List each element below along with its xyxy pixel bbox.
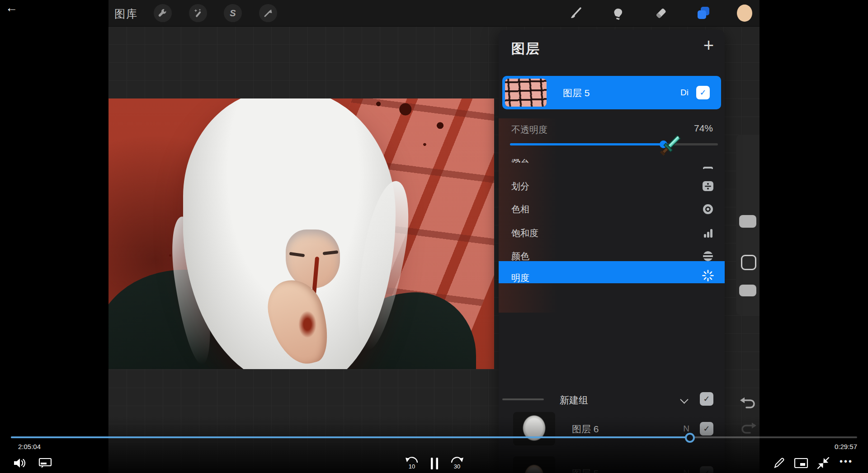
comment-box-icon [38, 457, 52, 469]
blend-mode-label: 颜色 [511, 250, 529, 262]
seek-bar-progress [11, 436, 690, 438]
blend-mode-label: 明度 [511, 272, 529, 284]
brush-icon [569, 6, 582, 20]
actions-button[interactable] [154, 4, 172, 22]
chevron-down-icon[interactable] [681, 396, 688, 402]
volume-button[interactable] [12, 455, 28, 471]
subtract-icon [702, 163, 714, 169]
saturation-icon [702, 227, 714, 239]
brush-opacity-slider-handle[interactable] [739, 285, 756, 296]
layer-row-selected[interactable]: 图层 5 Di ✓ [502, 76, 721, 109]
blend-mode-label: 减去 [511, 159, 529, 165]
layer-visibility-checkbox[interactable]: ✓ [696, 86, 710, 99]
color-tool-button[interactable] [737, 5, 752, 21]
luminosity-icon [702, 270, 714, 281]
wrench-icon [158, 8, 168, 18]
divide-icon [702, 180, 714, 192]
sidebar-slider-strip [736, 135, 760, 315]
layers-panel: 图层 + 图层 5 Di ✓ 不透明度 74% 减去 [499, 30, 725, 473]
transform-button[interactable] [259, 4, 277, 22]
opacity-value: 74% [694, 123, 713, 134]
blend-mode-abbr[interactable]: Di [680, 88, 689, 98]
video-player-window: 图库 S [0, 0, 868, 473]
opacity-label: 不透明度 [511, 124, 547, 136]
procreate-toolbar: 图库 S [108, 0, 760, 27]
svg-text:30: 30 [454, 463, 460, 470]
undo-icon [740, 397, 756, 410]
group-name: 新建组 [560, 394, 588, 407]
blend-mode-row-luminosity-selected[interactable]: 明度 [499, 261, 725, 283]
svg-text:10: 10 [409, 463, 415, 470]
transform-arrow-icon [263, 8, 273, 18]
blend-mode-row-saturation[interactable]: 饱和度 [499, 221, 725, 245]
magic-wand-icon [193, 8, 203, 18]
artwork-eye [289, 252, 305, 258]
blend-mode-label: 饱和度 [511, 227, 538, 239]
annotate-button[interactable] [771, 455, 787, 471]
add-layer-button[interactable]: + [703, 35, 714, 55]
group-thumbnail-line [502, 398, 544, 400]
pencil-icon [773, 457, 785, 469]
danmaku-toggle-button[interactable] [37, 455, 53, 471]
opacity-slider[interactable] [510, 143, 718, 145]
undo-button[interactable] [740, 397, 756, 412]
remaining-time: 0:29:57 [835, 443, 857, 450]
blend-mode-row-partial[interactable]: 减去 [499, 159, 725, 169]
smudge-tool-button[interactable] [610, 5, 625, 21]
selection-icon: S [230, 8, 236, 19]
layer-group-row[interactable]: 新建组 ✓ [499, 389, 725, 410]
gallery-button[interactable]: 图库 [114, 7, 138, 21]
more-options-button[interactable]: ••• [836, 454, 856, 469]
seek-bar[interactable] [11, 436, 857, 438]
brush-size-slider-handle[interactable] [739, 215, 756, 228]
skip-back-10-button[interactable]: 10 [403, 455, 420, 472]
layers-panel-title: 图层 [511, 40, 540, 58]
blend-mode-label: 划分 [511, 180, 529, 192]
pause-button[interactable] [429, 456, 440, 471]
smudge-finger-icon [611, 6, 624, 20]
active-color-swatch [737, 5, 752, 22]
group-visibility-checkbox[interactable]: ✓ [700, 392, 713, 406]
pip-icon [794, 457, 808, 469]
selection-button[interactable]: S [224, 4, 242, 22]
back-button[interactable]: ← [5, 1, 18, 15]
color-icon [702, 250, 714, 262]
blend-mode-row-hue[interactable]: 色相 [499, 197, 725, 221]
layers-icon [696, 5, 711, 21]
eraser-icon [654, 6, 668, 20]
pause-icon [430, 457, 439, 470]
artwork-eye [323, 250, 339, 255]
artwork-blood-stain [298, 311, 316, 338]
opacity-slider-fill [510, 143, 664, 145]
layer-name: 图层 5 [563, 87, 590, 99]
layer-thumbnail [505, 79, 547, 107]
brush-tool-button[interactable] [568, 5, 583, 21]
picture-in-picture-button[interactable] [793, 455, 809, 471]
skip-forward-30-button[interactable]: 30 [448, 455, 466, 472]
layers-tool-button[interactable] [696, 5, 711, 21]
artwork-painting [108, 98, 494, 369]
current-time: 2:05:04 [18, 443, 41, 450]
shrink-icon [816, 456, 830, 470]
speaker-icon [13, 457, 27, 469]
blend-mode-label: 色相 [511, 203, 529, 215]
modify-button[interactable] [741, 255, 756, 270]
skip-back-10-icon: 10 [404, 456, 420, 471]
exit-fullscreen-button[interactable] [816, 455, 831, 471]
eraser-tool-button[interactable] [653, 5, 669, 21]
adjustments-button[interactable] [189, 4, 207, 22]
video-content-area[interactable]: 图库 S [108, 0, 760, 473]
blend-mode-row-divide[interactable]: 划分 [499, 174, 725, 198]
skip-forward-30-icon: 30 [449, 456, 465, 471]
hue-icon [702, 203, 714, 215]
sword-cursor [659, 133, 685, 163]
